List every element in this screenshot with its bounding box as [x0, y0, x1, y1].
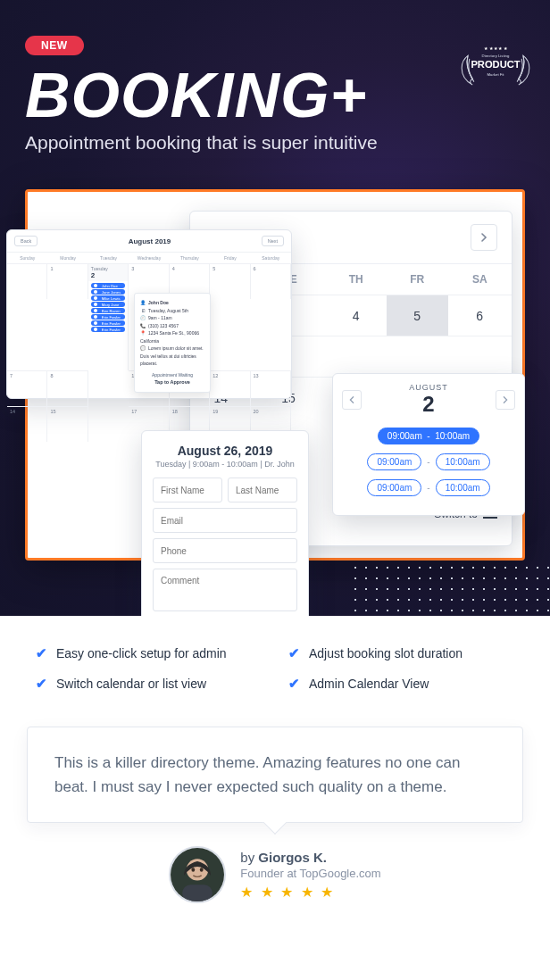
time-slot-selected[interactable]: 09:00am - 10:00am — [378, 428, 479, 444]
clock-icon: 🕘 — [140, 314, 146, 322]
calendar-day[interactable]: 6 — [448, 295, 512, 336]
weekday-header: TH — [325, 264, 387, 295]
check-icon: ✔ — [36, 646, 47, 660]
appointment-pill[interactable]: Jane Jones — [91, 289, 125, 295]
feature-item: ✔ Switch calendar or list view — [36, 677, 262, 691]
weekday-header: Tuesday — [88, 253, 129, 263]
calendar-day[interactable] — [387, 336, 448, 378]
appointment-pill[interactable]: Mary Jane — [91, 302, 125, 307]
appointment-pill[interactable]: Erin Fowler — [91, 320, 125, 326]
slot-day: 2 — [409, 392, 448, 417]
calendar-next-button[interactable] — [471, 224, 497, 251]
testimonial-author: by Giorgos K. Founder at TopGoogle.com ★… — [27, 846, 523, 903]
appointment-pill[interactable]: Erin Fowler — [91, 314, 125, 320]
check-icon: ✔ — [288, 677, 300, 690]
time-slot[interactable]: 10:00am — [436, 453, 490, 470]
calendar-icon: 🗓 — [140, 307, 146, 315]
chevron-right-icon — [502, 396, 509, 403]
next-button[interactable]: Next — [262, 236, 284, 246]
pop-time: 9am - 11am — [148, 315, 172, 320]
chevron-left-icon — [348, 396, 355, 403]
calendar-day[interactable]: 14 — [7, 406, 47, 442]
calendar-day[interactable] — [448, 336, 512, 378]
feature-text: Switch calendar or list view — [56, 677, 206, 691]
pop-addr: 1234 Santa Fe St., 90066 California — [140, 330, 199, 344]
avatar — [169, 846, 226, 903]
appointment-pill[interactable]: Mike Lewis — [91, 295, 125, 301]
feature-text: Adjust booking slot duration — [309, 646, 462, 660]
svg-rect-6 — [182, 885, 212, 902]
appointment-pill[interactable]: John Doe — [91, 283, 125, 288]
calendar-day-focused[interactable]: Tuesday2 John Doe Jane Jones Mike Lewis … — [88, 263, 129, 370]
email-input[interactable] — [153, 508, 297, 533]
star-rating: ★ ★ ★ ★ ★ — [240, 884, 380, 901]
weekday-header: Sunday — [7, 253, 47, 263]
time-slot[interactable]: 09:00am — [367, 453, 421, 470]
weekday-header: SA — [448, 264, 512, 295]
calendar-day[interactable]: 5 — [387, 295, 448, 336]
product-title: BOOKING+ — [25, 64, 525, 127]
calendar-day[interactable]: 7 — [7, 370, 47, 406]
weekday-header: Saturday — [251, 253, 291, 263]
appointment-pill[interactable]: Ben Raven — [91, 308, 125, 313]
calendar-day[interactable] — [7, 263, 47, 299]
check-icon: ✔ — [288, 646, 300, 660]
new-badge: NEW — [25, 36, 84, 55]
approve-button[interactable]: Appointment Waiting Tap to Approve — [140, 371, 204, 387]
svg-point-8 — [200, 868, 204, 873]
pop-date: Tuesday, August 5th — [148, 308, 188, 313]
admin-calendar-title: August 2019 — [129, 237, 171, 245]
appointment-popover: 👤John Doe 🗓Tuesday, August 5th 🕘9am - 11… — [134, 293, 211, 393]
product-subtitle: Appointment booking that is super intuit… — [25, 132, 525, 154]
phone-input[interactable] — [153, 538, 297, 563]
time-sep: - — [427, 457, 429, 467]
calendar-day[interactable]: 1 — [47, 263, 88, 299]
svg-text:Market Fit: Market Fit — [487, 72, 504, 77]
calendar-day[interactable]: 6 — [251, 263, 291, 299]
weekday-header: Thursday — [170, 253, 210, 263]
pop-note: Lorem ipsum dolor sit amet. Duis vel tel… — [140, 345, 204, 366]
calendar-day[interactable]: 12 — [210, 370, 250, 406]
calendar-day[interactable]: 13 — [251, 370, 291, 406]
decorative-dots — [350, 562, 550, 616]
pop-phone: (310) 123 4567 — [148, 323, 179, 328]
calendar-day[interactable]: 4 — [325, 295, 387, 336]
calendar-day[interactable]: 5 — [210, 263, 250, 299]
calendar-day[interactable] — [325, 336, 387, 378]
hero: NEW BOOKING+ Appointment booking that is… — [0, 0, 550, 616]
prev-day-button[interactable] — [342, 390, 362, 410]
last-name-input[interactable] — [228, 478, 297, 502]
svg-text:PRODUCT: PRODUCT — [471, 59, 520, 70]
booking-form-card: August 26, 2019 Tuesday | 9:00am - 10:00… — [141, 430, 309, 616]
time-slot[interactable]: 09:00am — [367, 479, 421, 496]
phone-icon: 📞 — [140, 322, 146, 330]
weekday-header: Wednesday — [129, 253, 169, 263]
time-slot[interactable]: 10:00am — [436, 479, 490, 496]
calendar-day[interactable]: 8 — [47, 370, 88, 406]
admin-calendar-card: Back August 2019 Next Sunday Monday Tues… — [6, 229, 292, 399]
feature-item: ✔ Admin Calendar View — [288, 677, 514, 691]
chat-icon: 💬 — [140, 345, 146, 353]
testimonial-card: This is a killer directory theme. Amazin… — [27, 727, 523, 823]
form-subline: Tuesday | 9:00am - 10:00am | Dr. John — [153, 460, 297, 469]
feature-list: ✔ Easy one-click setup for admin ✔ Adjus… — [0, 616, 550, 718]
weekday-header: Monday — [47, 253, 88, 263]
feature-text: Easy one-click setup for admin — [56, 646, 227, 660]
check-icon: ✔ — [36, 677, 47, 690]
next-day-button[interactable] — [496, 390, 515, 410]
back-button[interactable]: Back — [14, 236, 38, 246]
calendar-day[interactable]: 15 — [47, 406, 88, 442]
first-name-input[interactable] — [153, 478, 222, 502]
testimonial-section: This is a killer directory theme. Amazin… — [0, 718, 550, 939]
person-icon: 👤 — [140, 299, 146, 307]
comment-input[interactable] — [153, 569, 297, 611]
author-name: by Giorgos K. — [240, 850, 380, 865]
svg-text:Directory Listing: Directory Listing — [482, 54, 510, 58]
svg-text:★ ★ ★ ★ ★: ★ ★ ★ ★ ★ — [484, 46, 508, 51]
slot-month: AUGUST — [409, 383, 448, 392]
feature-item: ✔ Easy one-click setup for admin — [36, 646, 262, 660]
form-date: August 26, 2019 — [153, 444, 297, 458]
appointment-pill[interactable]: Erin Fowler — [91, 327, 125, 332]
author-role: Founder at TopGoogle.com — [240, 867, 380, 880]
product-stamp: ★ ★ ★ ★ ★ Directory Listing PRODUCT Mark… — [457, 25, 534, 102]
